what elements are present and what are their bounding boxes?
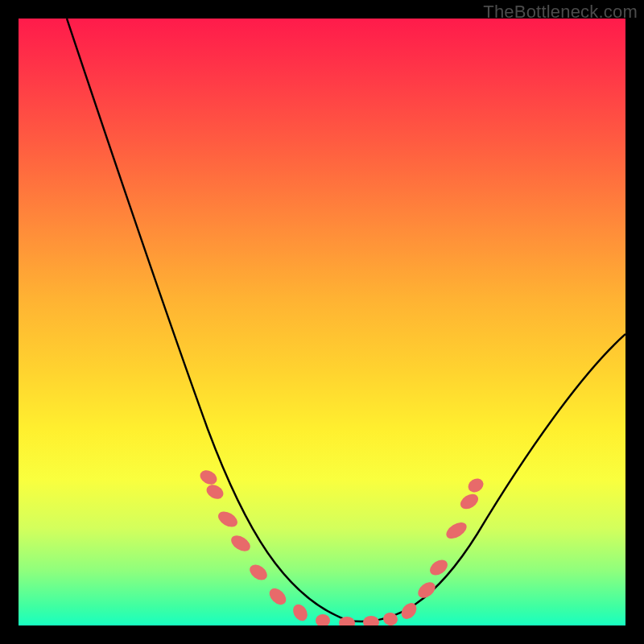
curve-marker	[465, 476, 485, 495]
curve-layer	[19, 19, 625, 625]
curve-marker	[291, 601, 311, 623]
curve-marker	[382, 611, 399, 625]
curve-marker	[247, 561, 270, 583]
plot-area	[19, 19, 625, 625]
chart-frame: TheBottleneck.com	[0, 0, 644, 644]
curve-marker	[316, 614, 330, 625]
curve-marker	[458, 491, 481, 512]
watermark-text: TheBottleneck.com	[483, 2, 638, 23]
curve-marker	[266, 585, 289, 608]
curve-marker	[198, 468, 220, 487]
curve-marker	[229, 532, 254, 554]
curve-marker	[363, 616, 379, 625]
curve-marker	[415, 579, 439, 601]
bottleneck-curve	[67, 19, 625, 621]
curve-marker	[444, 519, 469, 542]
curve-marker	[204, 482, 226, 502]
curve-marker	[216, 509, 241, 530]
marker-group	[198, 468, 486, 625]
